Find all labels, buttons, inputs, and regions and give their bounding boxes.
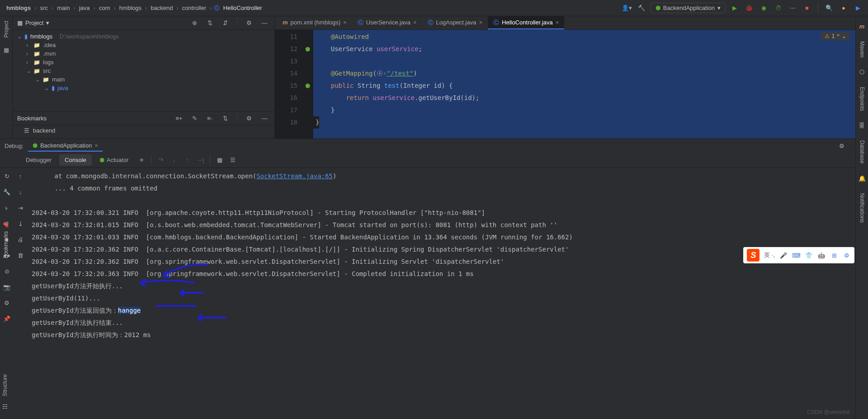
- close-icon[interactable]: ×: [94, 142, 98, 149]
- actuator-tab[interactable]: ⬢Actuator: [94, 154, 134, 166]
- up-icon[interactable]: ↑: [16, 171, 25, 181]
- chevron-up-icon[interactable]: ^: [837, 33, 840, 39]
- source-link[interactable]: SocketStream.java:65: [256, 172, 333, 180]
- tab-logaspect[interactable]: ⒸLogAspect.java×: [422, 16, 488, 29]
- gear-icon[interactable]: ⚙: [244, 18, 255, 29]
- delete-icon[interactable]: ≡-: [204, 113, 215, 124]
- breadcrumb-item[interactable]: main: [55, 4, 71, 12]
- step-over-icon[interactable]: ↷: [156, 155, 166, 166]
- tree-folder-src[interactable]: src: [17, 67, 270, 75]
- step-into-icon[interactable]: ↓: [169, 155, 179, 166]
- breadcrumb-item[interactable]: src: [38, 4, 50, 12]
- spring-bean-icon[interactable]: ⬢: [302, 43, 313, 55]
- project-tool-button[interactable]: Project: [3, 21, 9, 38]
- mute-breakpoints-icon[interactable]: ⊘: [2, 267, 11, 276]
- bookmark-item[interactable]: ☰ backend: [13, 125, 274, 136]
- play-store-icon[interactable]: ▶: [853, 3, 863, 14]
- database-icon[interactable]: 🗄: [859, 122, 865, 129]
- tree-root[interactable]: ▮hmblogs D:\workspace\hmblogs: [17, 32, 270, 41]
- select-opened-icon[interactable]: ⊕: [189, 18, 200, 29]
- step-out-icon[interactable]: ↑: [182, 155, 193, 166]
- gear-icon[interactable]: ⚙: [244, 113, 255, 124]
- notifications-icon[interactable]: 🔔: [859, 175, 866, 182]
- threads-icon[interactable]: ≡: [136, 155, 147, 166]
- breadcrumb-item[interactable]: backend: [149, 4, 175, 12]
- breadcrumb-root[interactable]: hmblogs: [5, 4, 33, 12]
- attach-icon[interactable]: ⋯: [787, 3, 798, 14]
- maven-tool-button[interactable]: Maven: [859, 41, 865, 57]
- endpoints-icon[interactable]: ⎔: [859, 69, 864, 76]
- modify-build-icon[interactable]: 🔧: [2, 187, 11, 196]
- keyboard-icon[interactable]: ⌨: [792, 251, 800, 259]
- breadcrumb-item[interactable]: controller: [180, 4, 208, 12]
- bookmarks-tool-button[interactable]: Bookmarks🔖: [0, 217, 12, 263]
- run-configuration-selector[interactable]: ⬢ BackendApplication ▾: [651, 3, 726, 13]
- search-icon[interactable]: 🔍: [824, 3, 835, 14]
- user-icon[interactable]: 👤▾: [622, 3, 632, 14]
- resume-icon[interactable]: ⏵: [2, 203, 11, 212]
- maven-icon[interactable]: m: [859, 23, 865, 30]
- breadcrumb-item[interactable]: java: [77, 4, 92, 12]
- tab-pom[interactable]: mpom.xml (hmblogs)×: [277, 16, 352, 29]
- add-icon[interactable]: ≡+: [174, 113, 184, 124]
- soft-wrap-icon[interactable]: ⇥: [16, 203, 25, 212]
- code-editor[interactable]: 11121314 15161718 ⬢ ⬢ @Autowired UserSer…: [275, 30, 868, 138]
- run-icon[interactable]: ▶: [729, 3, 740, 14]
- close-icon[interactable]: ×: [479, 19, 482, 26]
- coverage-icon[interactable]: ◉: [758, 3, 769, 14]
- close-icon[interactable]: ×: [556, 19, 559, 26]
- close-icon[interactable]: ×: [413, 19, 417, 26]
- breadcrumb-item[interactable]: hmblogs: [118, 4, 143, 12]
- project-tool-icon[interactable]: ▦: [4, 47, 9, 53]
- expand-all-icon[interactable]: ⇅: [204, 18, 215, 29]
- gear-icon[interactable]: ⚙: [836, 140, 847, 151]
- console-output[interactable]: at com.mongodb.internal.connection.Socke…: [27, 168, 868, 419]
- ime-lang-label[interactable]: 英 ·,: [764, 251, 775, 259]
- rerun-icon[interactable]: ↻: [2, 171, 11, 181]
- minimize-icon[interactable]: —: [259, 18, 270, 29]
- edit-icon[interactable]: ✎: [189, 113, 200, 124]
- print-icon[interactable]: 🖨: [16, 235, 25, 244]
- stop-icon[interactable]: ■: [802, 3, 812, 14]
- down-icon[interactable]: ↓: [16, 187, 25, 196]
- chevron-down-icon[interactable]: ▾: [46, 19, 49, 26]
- sort-icon[interactable]: ⇅: [220, 113, 231, 124]
- shirt-icon[interactable]: 👕: [805, 251, 813, 259]
- spring-bean-icon[interactable]: ⬢: [302, 80, 313, 92]
- settings-icon[interactable]: ⚙: [2, 298, 11, 307]
- structure-tool-button[interactable]: Structure ☷: [0, 370, 10, 414]
- robot-icon[interactable]: 🤖: [817, 251, 826, 259]
- debug-session-tab[interactable]: ⬢ BackendApplication ×: [28, 140, 103, 152]
- database-tool-button[interactable]: Database: [859, 140, 865, 163]
- code-content[interactable]: @Autowired UserService userService; @Get…: [313, 30, 868, 138]
- camera-icon[interactable]: 📷: [2, 282, 11, 291]
- tree-folder-java[interactable]: ▮java: [17, 84, 270, 92]
- collapse-all-icon[interactable]: ⇵: [220, 18, 231, 29]
- run-to-cursor-icon[interactable]: →|: [195, 155, 206, 166]
- tree-folder-logs[interactable]: logs: [17, 58, 270, 67]
- tab-hellocontroller[interactable]: ⒸHelloController.java×: [488, 16, 564, 29]
- project-tree[interactable]: ▮hmblogs D:\workspace\hmblogs .idea .mvn…: [13, 30, 274, 111]
- minimize-icon[interactable]: —: [259, 113, 270, 124]
- profile-icon[interactable]: ⏱: [773, 3, 783, 14]
- debugger-tab[interactable]: Debugger: [20, 154, 57, 166]
- hammer-build-icon[interactable]: 🔨: [636, 3, 647, 14]
- evaluate-icon[interactable]: ▦: [214, 155, 225, 166]
- clear-icon[interactable]: 🗑: [16, 251, 25, 260]
- debug-icon[interactable]: 🐞: [744, 3, 755, 14]
- ime-toolbar[interactable]: S 英 ·, 🎤 ⌨ 👕 🤖 ⊞ ⚙: [743, 247, 854, 263]
- chevron-down-icon[interactable]: ⌄: [842, 33, 846, 39]
- close-icon[interactable]: ×: [343, 19, 347, 26]
- ide-update-icon[interactable]: ●: [838, 3, 849, 14]
- inspection-widget[interactable]: ⚠ 1 ^ ⌄: [821, 32, 850, 40]
- pin-icon[interactable]: 📌: [2, 314, 11, 323]
- tab-userservice[interactable]: ⒸUserService.java×: [352, 16, 422, 29]
- endpoints-tool-button[interactable]: Endpoints: [859, 87, 865, 111]
- tree-folder-mvn[interactable]: .mvn: [17, 49, 270, 58]
- breadcrumb-item[interactable]: com: [97, 4, 112, 12]
- grid-icon[interactable]: ⊞: [830, 251, 838, 259]
- console-tab[interactable]: Console: [59, 154, 92, 166]
- notifications-tool-button[interactable]: Notifications: [859, 193, 865, 223]
- mic-icon[interactable]: 🎤: [779, 251, 788, 259]
- trace-icon[interactable]: ☰: [227, 155, 238, 166]
